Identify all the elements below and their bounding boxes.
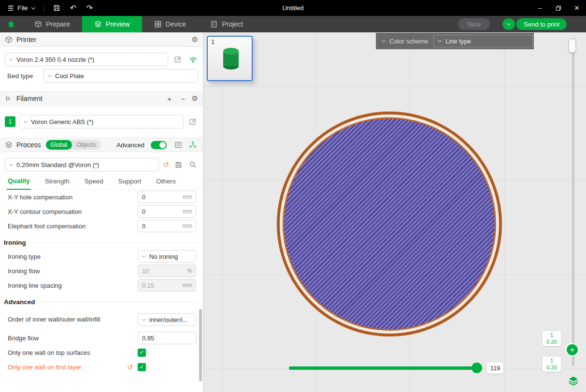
save-button[interactable] — [50, 2, 64, 14]
send-to-print-button[interactable]: Send to print — [516, 18, 567, 30]
printer-preset-select[interactable]: Voron 2.4 350 0.4 nozzle (*) — [5, 53, 168, 66]
param-row-elephant-foot: Elephant foot compensation 0 mm — [0, 219, 203, 233]
param-row-ironing-type: Ironing type No ironing — [0, 249, 203, 264]
tab-support[interactable]: Support — [117, 178, 142, 189]
sidebar-scrollbar[interactable] — [199, 309, 202, 381]
param-label: Only one wall on top surfaces — [8, 349, 90, 356]
check-icon: ✓ — [139, 349, 144, 356]
one-wall-top-checkbox[interactable]: ✓ — [138, 349, 146, 357]
process-tabs: Quality Strength Speed Support Others — [0, 172, 203, 190]
home-button[interactable] — [0, 16, 22, 32]
tab-device[interactable]: Device — [142, 16, 199, 32]
undo-button[interactable]: ↶ — [66, 2, 81, 14]
layers-icon — [94, 20, 102, 28]
main-tabbar: Prepare Preview Device Project Slice Sen… — [0, 16, 586, 32]
color-scheme-toggle[interactable]: Color scheme — [382, 38, 428, 45]
chevron-down-icon — [438, 38, 442, 42]
filament-slot-badge[interactable]: 1 — [5, 116, 15, 127]
group-title: Ironing — [4, 239, 26, 246]
chevron-down-icon — [9, 162, 13, 166]
minimize-button[interactable]: – — [531, 0, 549, 16]
save-preset-button[interactable] — [173, 159, 184, 170]
bed-type-select[interactable]: Cool Plate — [43, 69, 198, 83]
bed-type-row: Bed type Cool Plate — [5, 69, 198, 83]
layer-slider-track[interactable] — [572, 38, 574, 366]
redo-button[interactable]: ↷ — [83, 2, 97, 14]
process-preset-select[interactable]: 0.20mm Standard @Voron (*) — [5, 158, 159, 171]
reset-value-icon[interactable]: ↺ — [127, 363, 133, 371]
param-label: X-Y hole compensation — [8, 194, 72, 201]
checkbox-area: ✓ — [138, 349, 196, 357]
tab-speed[interactable]: Speed — [84, 178, 104, 189]
redo-icon: ↷ — [86, 3, 93, 13]
add-pause-button[interactable]: + — [566, 343, 579, 356]
ironing-spacing-input[interactable]: 0.15 mm — [138, 279, 196, 292]
tab-project[interactable]: Project — [198, 16, 255, 32]
plate-thumbnail[interactable]: 1 — [207, 36, 253, 81]
printer-settings-gear-icon[interactable]: ⚙ — [192, 35, 198, 44]
reset-preset-icon[interactable]: ↺ — [163, 160, 169, 169]
param-row-xy-contour: X-Y contour compensation 0 mm — [0, 204, 203, 219]
tab-prepare[interactable]: Prepare — [22, 16, 82, 32]
scope-objects-button[interactable]: Objects — [72, 141, 100, 148]
process-graph-button[interactable] — [187, 140, 198, 150]
slice-button[interactable]: Slice — [458, 18, 490, 30]
filament-settings-gear-icon[interactable]: ⚙ — [192, 94, 198, 103]
scope-global-button[interactable]: Global — [46, 140, 72, 150]
input-unit: % — [187, 267, 196, 274]
printer-connection-button[interactable] — [187, 54, 198, 65]
edit-filament-button[interactable] — [187, 116, 198, 127]
move-slider-track[interactable] — [289, 366, 481, 370]
param-label: Ironing flow — [8, 267, 40, 275]
add-filament-button[interactable]: + — [165, 95, 174, 103]
remove-filament-button[interactable]: − — [178, 95, 188, 103]
maximize-button[interactable] — [549, 0, 568, 16]
layer-slider-handle[interactable] — [569, 39, 576, 53]
printer-icon — [5, 36, 13, 43]
tab-quality[interactable]: Quality — [7, 177, 31, 190]
wall-order-select[interactable]: inner/outer/i... — [138, 313, 196, 326]
line-type-select[interactable]: Line type — [433, 35, 533, 47]
filament-preset-row: 1 Voron Generic ABS (*) — [5, 115, 198, 128]
tab-others[interactable]: Others — [155, 178, 177, 189]
elephant-foot-input[interactable]: 0 mm — [138, 220, 196, 232]
move-slider-handle[interactable] — [472, 363, 482, 373]
close-button[interactable]: ✕ — [568, 0, 586, 16]
xy-hole-input[interactable]: 0 mm — [138, 191, 196, 203]
edit-printer-button[interactable] — [172, 54, 183, 65]
advanced-mode-toggle[interactable] — [151, 141, 167, 149]
file-menu[interactable]: ☰ File — [4, 0, 39, 16]
xy-contour-input[interactable]: 0 mm — [138, 205, 196, 218]
input-value: 0.15 — [138, 282, 183, 289]
tab-label: Preview — [106, 20, 130, 28]
param-row-ironing-flow: Ironing flow 10 % — [0, 264, 203, 278]
ironing-flow-input[interactable]: 10 % — [138, 265, 196, 277]
divider — [31, 242, 198, 243]
process-section-header: Process Global Objects Advanced — [0, 138, 203, 152]
ironing-type-select[interactable]: No ironing — [138, 250, 196, 263]
layer-view-button[interactable] — [567, 375, 580, 388]
hamburger-icon: ☰ — [8, 4, 14, 12]
search-settings-button[interactable] — [187, 159, 198, 170]
param-label: Ironing type — [8, 253, 41, 260]
tab-strength[interactable]: Strength — [44, 178, 71, 189]
model-cylinder-icon — [220, 46, 242, 70]
parameter-table-button[interactable] — [173, 140, 184, 150]
printer-preset-value: Voron 2.4 350 0.4 nozzle (*) — [16, 56, 94, 63]
select-value: inner/outer/i... — [149, 316, 188, 323]
one-wall-first-checkbox[interactable]: ✓ — [138, 363, 146, 371]
bridge-flow-input[interactable]: 0.95 — [138, 332, 196, 344]
checkbox-area: ↺ ✓ — [138, 363, 196, 371]
send-options-button[interactable] — [502, 18, 515, 30]
tab-preview[interactable]: Preview — [82, 16, 142, 32]
edit-icon — [189, 118, 197, 126]
process-section-title: Process — [16, 141, 41, 149]
layer-badge-lower: 1 0.20 — [543, 357, 561, 372]
chevron-down-icon — [142, 253, 146, 257]
printer-section-title: Printer — [16, 36, 36, 43]
filament-preset-select[interactable]: Voron Generic ABS (*) — [19, 115, 184, 128]
viewport-3d[interactable]: 1 Color scheme Line type 119 — [203, 32, 586, 392]
param-label: Elephant foot compensation — [8, 223, 86, 230]
printer-preset-row: Voron 2.4 350 0.4 nozzle (*) — [5, 53, 198, 66]
input-unit: mm — [183, 282, 196, 289]
